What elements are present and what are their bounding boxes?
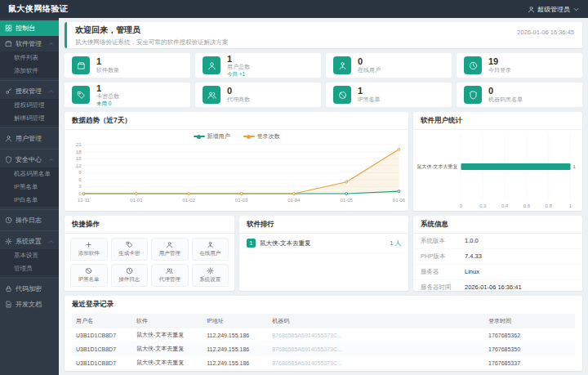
stat-card-2: 0在线用户 <box>326 53 452 78</box>
software-cell: 鼠大侠-文本去重复 <box>132 370 203 372</box>
sidebar-item-3[interactable]: 添加软件 <box>0 65 59 78</box>
quick-action-1[interactable]: 生成卡密 <box>111 238 149 261</box>
quick-action-0[interactable]: 添加软件 <box>70 238 108 261</box>
legend-marker <box>243 136 255 137</box>
legend-item[interactable]: 登录次数 <box>243 132 280 141</box>
trend-chart-title: 数据趋势（近7天） <box>65 112 408 130</box>
svg-text:01-03: 01-03 <box>235 198 248 203</box>
sidebar-item-20[interactable]: 管理员 <box>0 262 59 275</box>
quick-action-6[interactable]: 代理管理 <box>151 264 189 287</box>
sidebar-item-12[interactable]: 机器码黑名单 <box>0 167 59 181</box>
quick-actions-title: 快捷操作 <box>65 216 234 234</box>
sidebar-item-14[interactable]: IP白名单 <box>0 194 59 207</box>
user-icon <box>528 6 535 13</box>
software-ranking-title: 软件排行 <box>239 216 408 234</box>
svg-text:鼠大侠-文本去重复: 鼠大侠-文本去重复 <box>417 163 458 170</box>
sidebar-item-5[interactable]: 授权管理 <box>0 83 59 99</box>
table-row: U3B1D1CB8D7鼠大侠-文本去重复112.249.155.18687686… <box>72 342 575 356</box>
sidebar-divider <box>0 209 59 210</box>
topbar: 鼠大侠网络验证 超级管理员 <box>0 0 588 18</box>
svg-text:6: 6 <box>78 177 82 182</box>
server-datetime: 2026-01-06 16:36:45 <box>517 29 574 36</box>
sidebar-item-0[interactable]: 控制台 <box>0 20 59 36</box>
box-icon <box>72 56 90 74</box>
chevron-up-icon <box>48 41 54 47</box>
column-header: 机器码 <box>268 314 484 328</box>
ip-cell: 112.249.155.186 <box>203 370 268 372</box>
username-cell: U3B1D1CB8D7 <box>72 370 132 372</box>
system-info-row: 系统版本1.0.0 <box>413 234 582 249</box>
stat-card-4: 1卡密总数未用 0 <box>65 83 190 107</box>
sidebar-item-label: 软件管理 <box>16 39 42 48</box>
username-cell: U3B1D1CB8D7 <box>72 342 132 356</box>
quick-actions-grid: 添加软件生成卡密用户管理在线用户IP黑名单操作日志代理管理系统设置 <box>65 234 234 291</box>
quick-action-7[interactable]: 系统设置 <box>192 264 229 287</box>
login-time-cell: 1767685350 <box>484 342 575 356</box>
sidebar-item-1[interactable]: 软件管理 <box>0 36 59 51</box>
software-cell: 鼠大侠-文本去重复 <box>132 342 203 356</box>
quick-action-3[interactable]: 在线用户 <box>192 238 229 261</box>
sidebar-item-2[interactable]: 软件列表 <box>0 51 59 65</box>
sidebar-item-label: 管理员 <box>14 265 33 273</box>
chevron-down-icon <box>572 6 580 13</box>
user-name: 超级管理员 <box>537 5 570 14</box>
shield-icon <box>5 156 12 163</box>
sidebar-item-22[interactable]: 代码加密 <box>0 281 59 297</box>
svg-text:01-01: 01-01 <box>130 198 143 203</box>
quick-action-2[interactable]: 用户管理 <box>151 238 189 261</box>
svg-text:0: 0 <box>78 191 82 196</box>
lock-icon <box>5 285 12 292</box>
sidebar-item-16[interactable]: 操作日志 <box>0 212 59 228</box>
sidebar-item-label: 解绑码管理 <box>14 114 45 123</box>
sidebar-item-label: 用户管理 <box>16 134 42 143</box>
chevron-up-icon <box>48 239 54 244</box>
sidebar-item-11[interactable]: 安全中心 <box>0 152 59 167</box>
software-user-bar-chart: 00.20.40.60.81鼠大侠-文本去重复1 <box>413 130 582 211</box>
sidebar-item-label: 授权管理 <box>16 87 42 96</box>
user-count: 1 人 <box>390 239 401 248</box>
legend-marker <box>194 136 205 137</box>
stat-card-5: 0代理商数 <box>195 83 321 107</box>
chart-legend: 新增用户登录次数 <box>65 130 408 141</box>
welcome-text: 欢迎回来，管理员 鼠大侠网络验证系统，安全可靠的软件授权验证解决方案 <box>75 25 229 47</box>
legend-item[interactable]: 新增用户 <box>194 132 230 141</box>
sidebar-item-7[interactable]: 解绑码管理 <box>0 112 59 125</box>
sidebar-item-18[interactable]: 系统设置 <box>0 234 59 249</box>
user-menu[interactable]: 超级管理员 <box>528 5 580 14</box>
clock-icon <box>464 56 482 74</box>
software-ranking-list: 1鼠大侠-文本去重复1 人 <box>239 234 408 253</box>
quick-action-label: 在线用户 <box>199 250 220 257</box>
software-cell: 鼠大侠-文本去重复 <box>132 356 203 370</box>
quick-action-4[interactable]: IP黑名单 <box>70 264 108 287</box>
sidebar-item-label: 基本设置 <box>14 252 38 260</box>
trend-chart-card: 数据趋势（近7天） 新增用户登录次数 03691215182112-3101-0… <box>65 112 408 211</box>
svg-text:01-04: 01-04 <box>287 198 301 203</box>
column-header: 登录时间 <box>484 314 575 328</box>
user-icon <box>5 135 12 142</box>
clock-icon <box>5 217 12 224</box>
login-time-cell: 1767685283 <box>484 370 575 372</box>
quick-action-label: 操作日志 <box>118 276 140 283</box>
sidebar-item-13[interactable]: IP黑名单 <box>0 181 59 194</box>
table-head: 用户名软件IP地址机器码登录时间 <box>72 314 575 328</box>
block-icon <box>333 86 351 104</box>
doc-icon <box>5 301 12 308</box>
sidebar-item-9[interactable]: 用户管理 <box>0 131 59 146</box>
welcome-title: 欢迎回来，管理员 <box>75 25 229 36</box>
sidebar-item-23[interactable]: 开发文档 <box>0 297 59 312</box>
stat-value: 1 <box>96 83 119 94</box>
box-icon <box>5 40 12 47</box>
stat-text: 1用户总数今日 +1 <box>227 54 250 78</box>
welcome-subtitle: 鼠大侠网络验证系统，安全可靠的软件授权验证解决方案 <box>75 38 229 47</box>
sidebar-item-label: 控制台 <box>16 24 35 33</box>
info-key: 服务器时间 <box>421 283 465 291</box>
sidebar-item-19[interactable]: 基本设置 <box>0 249 59 262</box>
sidebar-item-6[interactable]: 授权码管理 <box>0 99 59 112</box>
gear-icon <box>207 267 214 275</box>
quick-action-5[interactable]: 操作日志 <box>111 264 149 287</box>
quick-action-label: 添加软件 <box>78 250 100 257</box>
stat-label: 软件数量 <box>96 67 119 74</box>
column-header: 软件 <box>132 314 203 328</box>
svg-text:1: 1 <box>573 164 577 169</box>
stat-text: 1软件数量 <box>96 56 119 74</box>
